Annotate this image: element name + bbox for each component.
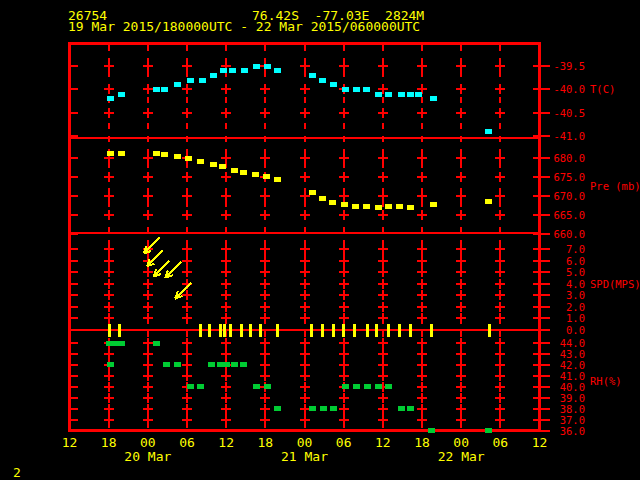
calm-wind-mark: [430, 324, 433, 337]
temperature-point: [229, 68, 236, 73]
temperature-point: [187, 78, 194, 83]
pressure-tick-label: 670.0: [553, 190, 585, 202]
pressure-tick-label: 680.0: [553, 152, 585, 164]
temperature-axis-label: T(C): [590, 83, 615, 95]
temperature-point: [363, 87, 370, 92]
relative_humidity-point: [118, 341, 125, 346]
calm-wind-mark: [387, 324, 390, 337]
calm-wind-mark: [276, 324, 279, 337]
pressure-point: [210, 162, 217, 167]
relative_humidity-point: [320, 406, 327, 411]
pressure-point: [329, 200, 336, 205]
calm-wind-mark: [208, 324, 211, 337]
meteogram-screen: 26754 76.42S -77.03E 2824M 19 Mar 2015/1…: [0, 0, 640, 480]
pressure-point: [174, 154, 181, 159]
relative_humidity-point: [364, 384, 371, 389]
calm-wind-mark: [342, 324, 345, 337]
relative_humidity-point: [111, 341, 118, 346]
x-axis-hour-label: 12: [62, 435, 78, 450]
relative_humidity-point: [309, 406, 316, 411]
relative_humidity-point: [208, 362, 215, 367]
relative_humidity-point: [187, 384, 194, 389]
temperature-point: [430, 96, 437, 101]
temperature-point: [107, 96, 114, 101]
calm-wind-mark: [310, 324, 313, 337]
x-axis-hour-label: 18: [414, 435, 430, 450]
pressure-point: [385, 204, 392, 209]
x-axis-hour-label: 00: [140, 435, 156, 450]
calm-wind-mark: [488, 324, 491, 337]
relative_humidity-point: [107, 362, 114, 367]
relative_humidity-point: [342, 384, 349, 389]
pressure-point: [341, 202, 348, 207]
temperature-point: [353, 87, 360, 92]
temperature-point: [253, 64, 260, 69]
pressure-point: [430, 202, 437, 207]
calm-wind-mark: [332, 324, 335, 337]
relative_humidity-point: [398, 406, 405, 411]
pressure-point: [485, 199, 492, 204]
calm-wind-mark: [259, 324, 262, 337]
x-axis-hour-label: 18: [258, 435, 274, 450]
calm-wind-mark: [108, 324, 111, 337]
wind_speed-tick-label: 4.0: [566, 278, 585, 290]
relative_humidity-point: [274, 406, 281, 411]
pressure-point: [118, 151, 125, 156]
temperature-point: [330, 82, 337, 87]
pressure-point: [107, 151, 114, 156]
wind_speed-tick-label: 3.0: [566, 289, 585, 301]
pressure-point: [252, 172, 259, 177]
pressure-axis-label: Pre (mb): [590, 180, 640, 192]
meteogram-chart: -39.5-40.0-40.5-41.0T(C)680.0675.0670.06…: [0, 0, 640, 480]
calm-wind-mark: [199, 324, 202, 337]
relative_humidity-tick-label: 36.0: [560, 425, 585, 437]
wind_speed-tick-label: 6.0: [566, 255, 585, 267]
temperature-tick-label: -41.0: [553, 130, 585, 142]
temperature-point: [398, 92, 405, 97]
pressure-point: [309, 190, 316, 195]
temperature-point: [210, 73, 217, 78]
temperature-point: [241, 68, 248, 73]
x-axis-hour-label: 00: [453, 435, 469, 450]
calm-wind-mark: [321, 324, 324, 337]
temperature-point: [118, 92, 125, 97]
relative_humidity-point: [223, 362, 230, 367]
x-axis-hour-label: 12: [218, 435, 234, 450]
relative_humidity-point: [375, 384, 382, 389]
pressure-point: [231, 168, 238, 173]
temperature-point: [375, 92, 382, 97]
calm-wind-mark: [409, 324, 412, 337]
pressure-point: [263, 174, 270, 179]
relative_humidity-point: [407, 406, 414, 411]
pressure-point: [319, 196, 326, 201]
wind-arrow: [147, 250, 163, 266]
relative_humidity-point: [264, 384, 271, 389]
temperature-point: [385, 92, 392, 97]
wind-arrow: [165, 262, 181, 278]
temperature-point: [485, 129, 492, 134]
relative_humidity-point: [197, 384, 204, 389]
wind_speed-tick-label: 5.0: [566, 266, 585, 278]
relative_humidity-point: [385, 384, 392, 389]
relative_humidity-point: [163, 362, 170, 367]
pressure-point: [407, 205, 414, 210]
x-axis-hour-label: 06: [493, 435, 509, 450]
relative_humidity-point: [231, 362, 238, 367]
x-axis-hour-label: 00: [297, 435, 313, 450]
wind_speed-tick-label: 0.0: [566, 324, 585, 336]
calm-wind-mark: [375, 324, 378, 337]
pressure-point: [396, 204, 403, 209]
relative_humidity-point: [253, 384, 260, 389]
pressure-point: [219, 164, 226, 169]
temperature-point: [415, 92, 422, 97]
relative_humidity-point: [174, 362, 181, 367]
temperature-point: [174, 82, 181, 87]
x-axis-hour-label: 12: [375, 435, 391, 450]
pressure-point: [153, 151, 160, 156]
temperature-point: [161, 87, 168, 92]
calm-wind-mark: [353, 324, 356, 337]
pressure-point: [161, 152, 168, 157]
calm-wind-mark: [398, 324, 401, 337]
relative_humidity-point: [428, 428, 435, 433]
temperature-point: [153, 87, 160, 92]
